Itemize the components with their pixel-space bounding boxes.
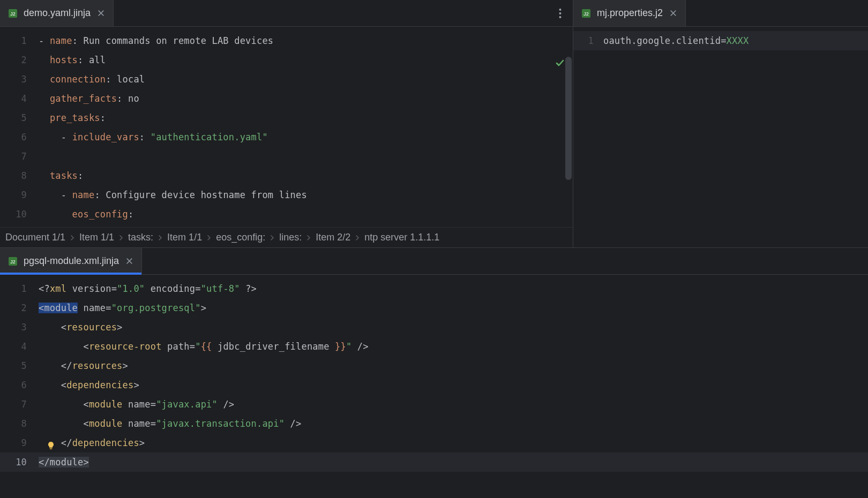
code-area[interactable]: - name: Run commands on remote LAB devic…	[39, 27, 307, 227]
jinja-file-icon: J2	[581, 8, 592, 19]
close-icon[interactable]	[124, 256, 134, 266]
editor-pane-bottom: J2 pgsql-module.xml.jinja 12345678910 <?…	[0, 247, 868, 498]
chevron-right-icon	[158, 235, 163, 240]
tab-filename: mj.properties.j2	[597, 7, 663, 19]
tab-filename: pgsql-module.xml.jinja	[24, 255, 119, 267]
svg-text:J2: J2	[10, 11, 16, 17]
close-icon[interactable]	[96, 9, 106, 18]
code-area[interactable]: oauth.google.clientid=XXXX	[603, 27, 749, 247]
breadcrumb-item[interactable]: Document 1/1	[5, 232, 65, 243]
tab-bar-bottom: J2 pgsql-module.xml.jinja	[0, 248, 868, 275]
editor-pane-top-left: J2 demo.yaml.jinja 12345678910 - name: R…	[0, 0, 573, 247]
jinja-file-icon: J2	[8, 256, 18, 267]
editor-top-left[interactable]: 12345678910 - name: Run commands on remo…	[0, 27, 573, 227]
breadcrumb-item[interactable]: Item 1/1	[79, 232, 114, 243]
chevron-right-icon	[118, 235, 124, 240]
tab-bar-top-right: J2 mj.properties.j2	[573, 0, 868, 27]
chevron-right-icon	[270, 235, 275, 240]
tab-pgsql-module[interactable]: J2 pgsql-module.xml.jinja	[0, 248, 142, 274]
breadcrumb-item[interactable]: tasks:	[128, 232, 153, 243]
close-icon[interactable]	[668, 9, 678, 18]
tab-menu-dots-icon[interactable]	[550, 8, 570, 19]
breadcrumb-item[interactable]: eos_config:	[216, 232, 265, 243]
line-gutter: 12345678910	[0, 27, 39, 227]
svg-point-4	[559, 16, 561, 18]
tab-mj-properties[interactable]: J2 mj.properties.j2	[573, 0, 686, 26]
breadcrumb-item[interactable]: lines:	[279, 232, 302, 243]
line-gutter: 1	[573, 27, 603, 247]
svg-point-2	[559, 9, 561, 11]
chevron-right-icon	[306, 235, 311, 240]
code-area[interactable]: <?xml version="1.0" encoding="utf-8" ?><…	[39, 275, 369, 498]
breadcrumb-item[interactable]: Item 2/2	[316, 232, 350, 243]
scrollbar-thumb[interactable]	[565, 57, 572, 180]
svg-text:J2: J2	[10, 259, 16, 265]
status-ok-icon	[555, 58, 565, 71]
tab-filename: demo.yaml.jinja	[24, 7, 91, 19]
editor-top-right[interactable]: 1 oauth.google.clientid=XXXX	[573, 27, 868, 247]
chevron-right-icon	[70, 235, 75, 240]
breadcrumb-bar[interactable]: Document 1/1Item 1/1tasks:Item 1/1eos_co…	[0, 227, 573, 247]
line-gutter: 12345678910	[0, 275, 39, 498]
tab-bar-top-left: J2 demo.yaml.jinja	[0, 0, 573, 27]
editor-pane-top-right: J2 mj.properties.j2 1 oauth.google.clien…	[573, 0, 868, 247]
svg-text:J2: J2	[583, 11, 589, 17]
tab-demo-yaml[interactable]: J2 demo.yaml.jinja	[0, 0, 114, 26]
chevron-right-icon	[206, 235, 212, 240]
jinja-file-icon: J2	[8, 8, 18, 19]
chevron-right-icon	[355, 235, 360, 240]
breadcrumb-item[interactable]: Item 1/1	[167, 232, 202, 243]
breadcrumb-item[interactable]: ntp server 1.1.1.1	[364, 232, 439, 243]
svg-point-3	[559, 12, 561, 14]
editor-bottom[interactable]: 12345678910 <?xml version="1.0" encoding…	[0, 275, 868, 498]
